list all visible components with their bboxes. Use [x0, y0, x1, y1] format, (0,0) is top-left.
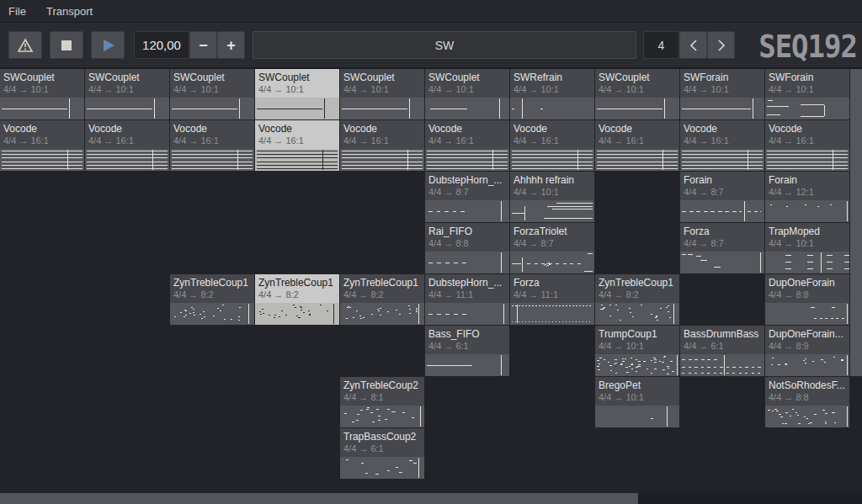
sequence-timesig: 4/4 → 16:1 [425, 135, 509, 146]
sequence-grid: SWCouplet4/4 → 10:1SWCouplet4/4 → 10:1SW… [0, 69, 850, 480]
sequence-preview [340, 406, 424, 427]
sequence-name: Vocode [510, 120, 594, 135]
sequence-timesig: 4/4 → 16:1 [340, 135, 424, 146]
sequence-cell[interactable]: Ahhhh refrain4/4 → 10:1 [510, 172, 594, 222]
sequence-cell[interactable]: SWCouplet4/4 → 10:1 [170, 69, 254, 119]
sequence-name: DubstepHorn_... [425, 172, 509, 187]
sequence-cell[interactable]: ZynTrebleCoup14/4 → 8:2 [170, 274, 254, 325]
sequence-cell[interactable]: SWCouplet4/4 → 10:1 [0, 69, 84, 119]
screenset-next-button[interactable] [707, 31, 735, 59]
sequence-cell[interactable]: Vocode4/4 → 16:1 [595, 120, 679, 171]
bpm-increase-button[interactable]: + [217, 31, 245, 59]
sequence-preview [340, 149, 424, 171]
sequence-preview [255, 149, 339, 171]
sequence-preview [340, 457, 424, 479]
sequence-cell[interactable]: Bass_FIFO4/4 → 6:1 [425, 326, 509, 376]
sequence-timesig: 4/4 → 8:7 [425, 187, 509, 198]
sequence-cell[interactable]: SWForain4/4 → 10:1 [680, 69, 764, 119]
sequence-cell[interactable]: DupOneForain4/4 → 8:8 [765, 274, 849, 325]
sequence-cell[interactable]: Rai_FIFO4/4 → 8:8 [425, 223, 509, 273]
sequence-cell[interactable]: Vocode4/4 → 16:1 [765, 120, 849, 171]
sequence-timesig: 4/4 → 10:1 [680, 84, 764, 95]
sequence-name: Vocode [595, 120, 679, 135]
warning-triangle-icon [17, 38, 34, 53]
sequence-cell[interactable]: ZynTrebleCoup14/4 → 8:2 [340, 274, 424, 325]
sequence-name: SWCouplet [0, 69, 84, 84]
sequence-cell[interactable]: Forza4/4 → 8:7 [680, 223, 764, 273]
toolbar: 120,00 − + SW 4 SEQ192 [0, 23, 862, 69]
sequence-timesig: 4/4 → 11:1 [425, 289, 509, 300]
sequence-timesig: 4/4 → 10:1 [425, 84, 509, 95]
play-button[interactable] [91, 31, 125, 59]
vertical-scrollbar-thumb[interactable] [850, 69, 862, 376]
bpm-decrease-button[interactable]: − [189, 31, 217, 59]
sequence-cell[interactable]: SWCouplet4/4 → 10:1 [425, 69, 509, 119]
sequence-preview [340, 98, 424, 119]
sequence-preview [765, 149, 849, 171]
sequence-timesig: 4/4 → 8:8 [765, 392, 849, 403]
sequence-cell[interactable]: Vocode4/4 → 16:1 [680, 120, 764, 171]
stop-button[interactable] [50, 31, 83, 59]
sequence-cell[interactable]: BassDrumnBass4/4 → 6:1 [680, 326, 764, 376]
sequence-cell[interactable]: TrapMoped4/4 → 10:1 [765, 223, 849, 273]
menu-transport[interactable]: Transport [46, 5, 93, 18]
bpm-display[interactable]: 120,00 [134, 31, 189, 59]
sequence-cell[interactable]: SWCouplet4/4 → 10:1 [340, 69, 424, 119]
sequence-preview [680, 200, 764, 222]
sequence-timesig: 4/4 → 16:1 [595, 135, 679, 146]
chevron-right-icon [717, 40, 726, 51]
sequence-timesig: 4/4 → 6:1 [680, 341, 764, 352]
sequence-name: NotSoRhodesF... [765, 377, 849, 392]
sequence-cell[interactable]: Vocode4/4 → 16:1 [425, 120, 509, 171]
sequence-timesig: 4/4 → 8:8 [765, 289, 849, 300]
sequence-cell[interactable]: SWCouplet4/4 → 10:1 [85, 69, 169, 119]
sequence-cell[interactable]: DubstepHorn_...4/4 → 8:7 [425, 172, 509, 222]
horizontal-scrollbar-track[interactable] [0, 493, 862, 504]
sequence-cell[interactable]: Vocode4/4 → 16:1 [340, 120, 424, 171]
menu-file[interactable]: File [8, 5, 26, 18]
sequence-name: BregoPet [595, 377, 679, 392]
sequence-cell[interactable]: Vocode4/4 → 16:1 [170, 120, 254, 171]
sequence-preview [170, 98, 254, 119]
screenset-prev-button[interactable] [679, 31, 707, 59]
sequence-cell[interactable]: ZynTrebleCoup14/4 → 8:2 [255, 274, 339, 325]
sequence-cell[interactable]: ZynTrebleCoup24/4 → 8:1 [340, 377, 424, 427]
sequence-cell[interactable]: Vocode4/4 → 16:1 [510, 120, 594, 171]
sequence-name: ZynTrebleCoup1 [255, 274, 339, 289]
sequence-cell[interactable]: NotSoRhodesF...4/4 → 8:8 [765, 377, 849, 427]
sequence-timesig: 4/4 → 8:2 [255, 289, 339, 300]
sequence-preview [765, 354, 849, 376]
sequence-preview [255, 98, 339, 119]
sequence-cell[interactable]: DupOneForain...4/4 → 8:9 [765, 326, 849, 376]
sequence-cell[interactable]: TrapBassCoup24/4 → 6:1 [340, 428, 424, 479]
screenset-name-input[interactable]: SW [253, 31, 636, 59]
sequence-cell[interactable]: Vocode4/4 → 16:1 [0, 120, 84, 171]
sequence-name: SWForain [765, 69, 849, 84]
sequence-preview [595, 406, 679, 427]
sequence-timesig: 4/4 → 6:1 [340, 443, 424, 454]
sequence-cell[interactable]: DubstepHorn_...4/4 → 11:1 [425, 274, 509, 325]
sequence-cell[interactable]: Forza4/4 → 11:1 [510, 274, 594, 325]
sequence-cell[interactable]: Forain4/4 → 8:7 [680, 172, 764, 222]
sequence-name: SWCouplet [170, 69, 254, 84]
sequence-name: Vocode [680, 120, 764, 135]
sequence-timesig: 4/4 → 8:2 [340, 289, 424, 300]
sequence-cell[interactable]: Vocode4/4 → 16:1 [85, 120, 169, 171]
sequence-name: ForzaTriolet [510, 223, 594, 238]
sequence-name: ZynTrebleCoup2 [340, 377, 424, 392]
sequence-cell[interactable]: SWCouplet4/4 → 10:1 [595, 69, 679, 119]
sequence-name: Ahhhh refrain [510, 172, 594, 187]
panic-button[interactable] [8, 31, 42, 59]
sequence-cell[interactable]: BregoPet4/4 → 10:1 [595, 377, 679, 427]
sequence-cell[interactable]: Vocode4/4 → 16:1 [255, 120, 339, 171]
sequence-cell[interactable]: TrumpCoup14/4 → 10:1 [595, 326, 679, 376]
horizontal-scrollbar-thumb[interactable] [0, 493, 638, 504]
sequence-cell[interactable]: SWForain4/4 → 10:1 [765, 69, 849, 119]
sequence-cell[interactable]: Forain4/4 → 12:1 [765, 172, 849, 222]
sequence-cell[interactable]: ForzaTriolet4/4 → 8:7 [510, 223, 594, 273]
sequence-preview [170, 303, 254, 325]
screenset-number-display[interactable]: 4 [643, 31, 679, 59]
sequence-cell[interactable]: SWRefrain4/4 → 10:1 [510, 69, 594, 119]
sequence-cell[interactable]: ZynTrebleCoup14/4 → 8:2 [595, 274, 679, 325]
sequence-cell[interactable]: SWCouplet4/4 → 10:1 [255, 69, 339, 119]
